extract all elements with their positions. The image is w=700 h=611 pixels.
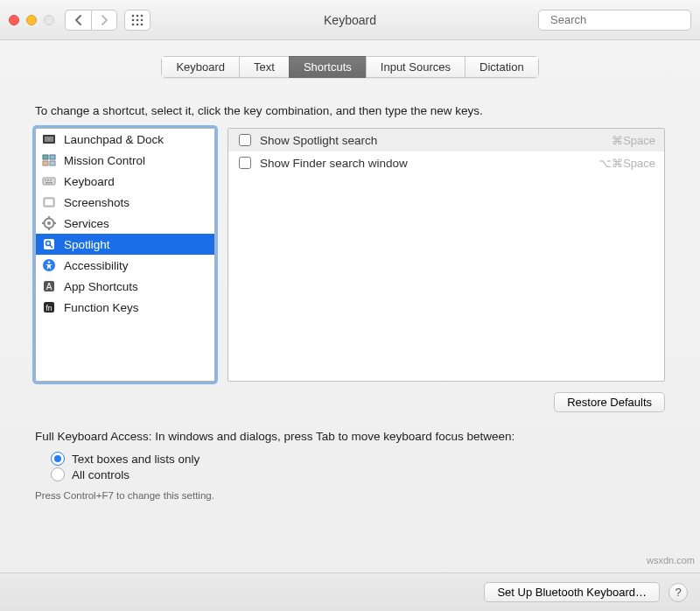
tab-text[interactable]: Text: [239, 56, 289, 78]
function-keys-icon: fn: [41, 299, 57, 315]
shortcut-enable-checkbox[interactable]: [239, 134, 251, 146]
svg-point-34: [48, 261, 51, 263]
keyboard-icon: [41, 173, 57, 189]
window-controls: [9, 15, 54, 25]
launchpad-icon: [41, 131, 57, 147]
fka-option-textboxes[interactable]: Text boxes and lists only: [51, 452, 665, 466]
shortcut-label: Show Spotlight search: [260, 134, 612, 147]
shortcut-row[interactable]: Show Finder search window ⌥⌘Space: [228, 151, 664, 174]
search-input[interactable]: [549, 12, 699, 27]
category-label: Mission Control: [64, 154, 145, 167]
svg-rect-13: [43, 155, 48, 159]
content: Keyboard Text Shortcuts Input Sources Di…: [0, 40, 700, 611]
category-label: Keyboard: [64, 175, 115, 188]
back-button[interactable]: [65, 10, 91, 31]
svg-point-2: [141, 14, 144, 17]
screenshots-icon: [41, 194, 57, 210]
nav-buttons: [65, 10, 117, 31]
restore-defaults-button[interactable]: Restore Defaults: [554, 392, 665, 412]
svg-point-29: [47, 221, 51, 225]
category-mission-control[interactable]: Mission Control: [36, 150, 214, 171]
spotlight-icon: [41, 236, 57, 252]
svg-point-6: [132, 23, 135, 25]
search-field[interactable]: [538, 10, 691, 31]
category-label: Function Keys: [64, 301, 139, 314]
category-spotlight[interactable]: Spotlight: [36, 234, 214, 255]
watermark: wsxdn.com: [647, 555, 695, 565]
category-keyboard[interactable]: Keyboard: [36, 171, 214, 192]
svg-rect-30: [44, 239, 54, 249]
radio-icon[interactable]: [51, 467, 65, 481]
category-label: App Shortcuts: [64, 280, 138, 293]
app-shortcuts-icon: A: [41, 278, 57, 294]
svg-rect-23: [46, 200, 52, 205]
svg-point-5: [141, 18, 144, 21]
svg-point-4: [136, 18, 139, 21]
close-icon[interactable]: [9, 15, 19, 25]
services-icon: [41, 215, 57, 231]
fka-option-allcontrols[interactable]: All controls: [51, 467, 665, 481]
fka-hint: Press Control+F7 to change this setting.: [35, 490, 674, 501]
tab-shortcuts[interactable]: Shortcuts: [289, 56, 366, 78]
svg-point-8: [141, 23, 144, 25]
shortcut-keys[interactable]: ⌘Space: [612, 134, 655, 147]
category-function-keys[interactable]: fn Function Keys: [36, 297, 214, 318]
svg-rect-19: [47, 179, 49, 181]
bottom-bar: Set Up Bluetooth Keyboard… ?: [0, 572, 700, 611]
shortcut-row[interactable]: Show Spotlight search ⌘Space: [228, 129, 664, 151]
show-all-button[interactable]: [124, 10, 150, 31]
maximize-icon: [44, 15, 54, 25]
shortcut-label: Show Finder search window: [260, 157, 598, 170]
forward-button[interactable]: [91, 10, 117, 31]
category-screenshots[interactable]: Screenshots: [36, 192, 214, 213]
fka-heading: Full Keyboard Access: In windows and dia…: [35, 430, 665, 443]
shortcut-enable-checkbox[interactable]: [239, 157, 251, 169]
titlebar: Keyboard: [0, 0, 700, 40]
category-label: Launchpad & Dock: [64, 133, 164, 146]
svg-point-7: [136, 23, 139, 25]
mission-control-icon: [41, 152, 57, 168]
svg-rect-21: [46, 182, 52, 184]
svg-rect-16: [50, 161, 55, 165]
svg-point-1: [136, 14, 139, 17]
minimize-icon[interactable]: [26, 15, 37, 25]
svg-text:fn: fn: [46, 304, 52, 313]
category-app-shortcuts[interactable]: A App Shortcuts: [36, 276, 214, 297]
help-button[interactable]: ?: [668, 583, 688, 602]
svg-point-3: [132, 18, 135, 21]
category-accessibility[interactable]: Accessibility: [36, 255, 214, 276]
category-label: Screenshots: [64, 196, 130, 209]
fka-option-label: Text boxes and lists only: [72, 453, 200, 466]
fka-option-label: All controls: [72, 468, 130, 481]
tabstrip: Keyboard Text Shortcuts Input Sources Di…: [26, 56, 674, 78]
svg-text:A: A: [46, 282, 52, 291]
category-label: Spotlight: [64, 238, 110, 251]
instruction-text: To change a shortcut, select it, click t…: [35, 104, 665, 117]
category-list[interactable]: Launchpad & Dock Mission Control Keyboar…: [35, 128, 215, 382]
shortcut-keys[interactable]: ⌥⌘Space: [598, 157, 655, 170]
full-keyboard-access: Full Keyboard Access: In windows and dia…: [35, 430, 665, 481]
svg-rect-18: [45, 179, 46, 181]
setup-bluetooth-button[interactable]: Set Up Bluetooth Keyboard…: [484, 582, 660, 602]
accessibility-icon: [41, 257, 57, 273]
radio-icon[interactable]: [51, 452, 65, 466]
shortcut-list[interactable]: Show Spotlight search ⌘Space Show Finder…: [228, 128, 665, 382]
svg-rect-14: [50, 155, 55, 159]
category-label: Accessibility: [64, 259, 129, 272]
svg-rect-17: [43, 178, 55, 185]
category-services[interactable]: Services: [36, 213, 214, 234]
svg-rect-12: [45, 137, 53, 142]
category-label: Services: [64, 217, 109, 230]
svg-point-0: [132, 14, 135, 17]
svg-rect-20: [50, 179, 52, 181]
tab-input-sources[interactable]: Input Sources: [366, 56, 465, 78]
tab-dictation[interactable]: Dictation: [465, 56, 539, 78]
svg-rect-15: [43, 161, 48, 165]
category-launchpad-dock[interactable]: Launchpad & Dock: [36, 129, 214, 150]
tab-keyboard[interactable]: Keyboard: [161, 56, 239, 78]
